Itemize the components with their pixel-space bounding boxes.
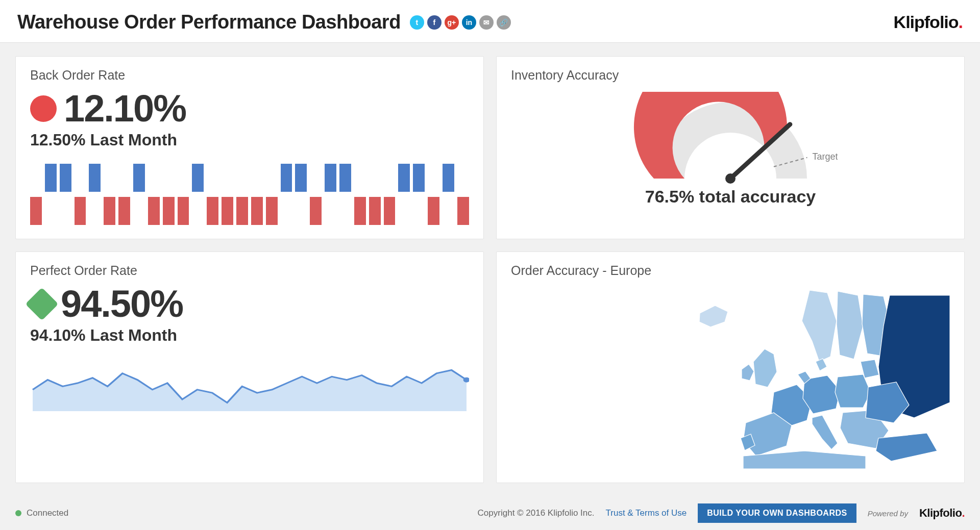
- winloss-chart: [30, 164, 469, 225]
- card-title: Inventory Accuracy: [511, 68, 950, 83]
- footer-brand-logo: Klipfolio.: [919, 507, 965, 520]
- card-order-accuracy-europe: Order Accuracy - Europe: [496, 251, 965, 483]
- dashboard-content: Back Order Rate 12.10% 12.50% Last Month…: [0, 43, 980, 496]
- gauge-caption: 76.5% total accuracy: [645, 187, 816, 207]
- card-perfect-order-rate: Perfect Order Rate 94.50% 94.10% Last Mo…: [15, 251, 484, 483]
- connection-status-icon: [15, 510, 21, 516]
- connection-status-label: Connected: [27, 508, 68, 518]
- map-wrap: [511, 285, 950, 470]
- email-icon[interactable]: ✉: [479, 15, 494, 30]
- build-dashboards-button[interactable]: BUILD YOUR OWN DASHBOARDS: [698, 503, 856, 523]
- footer-brand-text: Klipfolio: [919, 507, 962, 519]
- gauge-target-label: Target: 91.5%: [812, 152, 838, 162]
- linkedin-icon[interactable]: in: [462, 15, 476, 30]
- powered-by-label: Powered by: [868, 509, 908, 518]
- footer-brand-dot-icon: .: [962, 507, 965, 519]
- brand-logo: Klipfolio.: [894, 12, 963, 32]
- card-title: Back Order Rate: [30, 68, 469, 83]
- brand-text: Klipfolio: [894, 12, 959, 32]
- gauge-wrap: Target: 91.5% 76.5% total accuracy: [511, 90, 950, 207]
- metric-row: 12.10%: [30, 90, 469, 128]
- footer-left: Connected: [15, 508, 68, 518]
- brand-dot-icon: .: [959, 12, 963, 32]
- metric-subtitle: 12.50% Last Month: [30, 131, 469, 149]
- metric-value: 12.10%: [64, 90, 186, 128]
- metric-row: 94.50%: [30, 285, 469, 323]
- metric-subtitle: 94.10% Last Month: [30, 326, 469, 345]
- card-title: Perfect Order Rate: [30, 263, 469, 278]
- sparkline-chart: [30, 355, 469, 411]
- terms-link[interactable]: Trust & Terms of Use: [606, 508, 687, 518]
- twitter-icon[interactable]: t: [410, 15, 424, 30]
- status-indicator-icon: [25, 287, 58, 320]
- sparkline-wrap: [30, 355, 469, 411]
- link-icon[interactable]: 🔗: [497, 15, 511, 30]
- googleplus-icon[interactable]: g+: [445, 15, 459, 30]
- app-header: Warehouse Order Performance Dashboard t …: [0, 0, 980, 43]
- copyright-text: Copyright © 2016 Klipfolio Inc.: [478, 508, 595, 518]
- europe-map-chart: [684, 285, 950, 469]
- page-title: Warehouse Order Performance Dashboard: [17, 11, 401, 33]
- gauge-chart: Target: 91.5%: [623, 92, 838, 189]
- facebook-icon[interactable]: f: [427, 15, 442, 30]
- card-title: Order Accuracy - Europe: [511, 263, 950, 278]
- header-left: Warehouse Order Performance Dashboard t …: [17, 11, 511, 33]
- footer-right: Copyright © 2016 Klipfolio Inc. Trust & …: [478, 503, 965, 523]
- metric-value: 94.50%: [61, 285, 183, 323]
- card-back-order-rate: Back Order Rate 12.10% 12.50% Last Month: [15, 56, 484, 239]
- svg-point-2: [725, 173, 736, 184]
- card-inventory-accuracy: Inventory Accuracy Target: 91.5% 76.5% t…: [496, 56, 965, 239]
- app-footer: Connected Copyright © 2016 Klipfolio Inc…: [0, 496, 980, 530]
- status-indicator-icon: [30, 95, 57, 122]
- share-row: t f g+ in ✉ 🔗: [410, 15, 511, 30]
